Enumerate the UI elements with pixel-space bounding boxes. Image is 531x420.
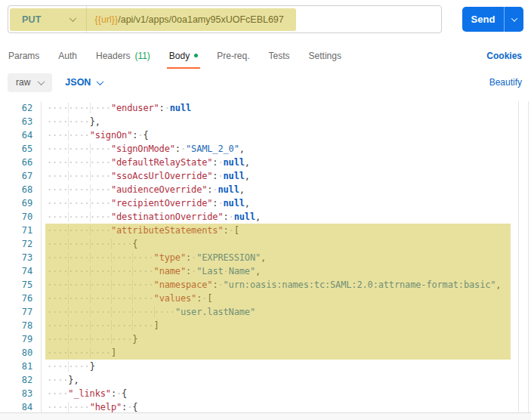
line-number: 76 bbox=[0, 292, 42, 305]
line-number: 83 bbox=[0, 387, 42, 400]
code-line: 68············"audienceOverride":·null, bbox=[0, 183, 531, 196]
tab-body-label: Body bbox=[169, 51, 190, 61]
body-type-label: raw bbox=[16, 77, 30, 88]
code-line: 67············"ssoAcsUrlOverride":·null, bbox=[0, 169, 531, 183]
code-line: 69············"recipientOverride":·null, bbox=[0, 196, 531, 210]
code-line: 66············"defaultRelayState":·null, bbox=[0, 156, 531, 169]
tab-tests[interactable]: Tests bbox=[268, 47, 291, 69]
tab-params[interactable]: Params bbox=[8, 47, 40, 69]
chevron-down-icon bbox=[69, 14, 76, 22]
line-number: 72 bbox=[0, 237, 42, 251]
line-number: 70 bbox=[0, 210, 42, 224]
language-label: JSON bbox=[65, 77, 91, 88]
tab-pre-request-label: Pre-req. bbox=[217, 51, 249, 61]
language-selector[interactable]: JSON bbox=[65, 77, 103, 88]
code-line: 79················} bbox=[0, 332, 531, 346]
chevron-down-icon bbox=[511, 15, 517, 21]
code-line: 81········} bbox=[0, 360, 531, 373]
line-number: 78 bbox=[0, 319, 42, 332]
body-toolbar: raw JSON Beautify bbox=[8, 73, 522, 92]
code-line: 84········"help":·{ bbox=[0, 400, 531, 412]
code-line: 62············"enduser":·null bbox=[0, 101, 531, 115]
tab-auth-label: Auth bbox=[58, 51, 77, 61]
tab-auth[interactable]: Auth bbox=[57, 47, 78, 69]
tab-headers-label: Headers bbox=[96, 51, 130, 61]
line-number: 65 bbox=[0, 142, 42, 156]
bottom-bar bbox=[0, 412, 531, 420]
tab-params-label: Params bbox=[8, 51, 39, 61]
line-number: 62 bbox=[0, 101, 42, 115]
code-line: 80············] bbox=[0, 346, 531, 360]
chevron-down-icon bbox=[38, 78, 45, 85]
code-line: 70············"destinationOverride":·nul… bbox=[0, 210, 531, 224]
code-line: 82····}, bbox=[0, 373, 531, 387]
line-number: 77 bbox=[0, 305, 42, 319]
send-button[interactable]: Send bbox=[462, 7, 523, 32]
line-number: 69 bbox=[0, 196, 42, 210]
beautify-link[interactable]: Beautify bbox=[489, 77, 522, 88]
url-path: /api/v1/apps/0oa1amy95xUOFcEBL697 bbox=[118, 14, 284, 25]
code-line: 64········"signOn":·{ bbox=[0, 128, 531, 142]
code-editor[interactable]: 62············"enduser":·null63········}… bbox=[0, 101, 531, 412]
body-type-selector[interactable]: raw bbox=[8, 73, 52, 92]
code-line: 78····················] bbox=[0, 319, 531, 332]
url-input[interactable]: {{url}}/api/v1/apps/0oa1amy95xUOFcEBL697 bbox=[87, 14, 284, 25]
request-tabs: Params Auth Headers (11) Body Pre-req. T… bbox=[8, 47, 522, 68]
line-number: 74 bbox=[0, 264, 42, 278]
line-number: 80 bbox=[0, 346, 42, 360]
line-number: 64 bbox=[0, 128, 42, 142]
tab-pre-request[interactable]: Pre-req. bbox=[216, 47, 250, 69]
url-container: PUT {{url}}/api/v1/apps/0oa1amy95xUOFcEB… bbox=[8, 5, 442, 33]
cookies-link[interactable]: Cookies bbox=[486, 51, 522, 64]
body-modified-dot-icon bbox=[194, 54, 198, 57]
code-line: 65············"signOnMode":·"SAML_2_0", bbox=[0, 142, 531, 156]
line-number: 68 bbox=[0, 183, 42, 196]
code-line: 72················{ bbox=[0, 237, 531, 251]
line-number: 82 bbox=[0, 373, 42, 387]
code-lines: 62············"enduser":·null63········}… bbox=[0, 101, 531, 412]
editor-scrollbar[interactable] bbox=[518, 101, 529, 412]
line-number: 73 bbox=[0, 251, 42, 264]
send-button-label[interactable]: Send bbox=[462, 7, 504, 32]
code-line: 83····"_links":·{ bbox=[0, 387, 531, 400]
code-line: 63········}, bbox=[0, 115, 531, 128]
code-line: 76····················"values":·[ bbox=[0, 292, 531, 305]
url-variable: {{url}} bbox=[95, 14, 119, 25]
line-number: 63 bbox=[0, 115, 42, 128]
tab-settings[interactable]: Settings bbox=[308, 47, 342, 69]
line-number: 75 bbox=[0, 278, 42, 292]
tab-settings-label: Settings bbox=[309, 51, 341, 61]
headers-count-badge: (11) bbox=[134, 51, 150, 61]
line-number: 71 bbox=[0, 224, 42, 237]
code-line: 71············"attributeStatements":·[ bbox=[0, 224, 531, 237]
code-line: 77························"user.lastName… bbox=[0, 305, 531, 319]
tab-tests-label: Tests bbox=[269, 51, 290, 61]
chevron-down-icon bbox=[97, 78, 104, 85]
method-label: PUT bbox=[22, 14, 42, 25]
method-selector[interactable]: PUT bbox=[8, 6, 87, 32]
tab-headers[interactable]: Headers (11) bbox=[95, 47, 151, 69]
line-number: 84 bbox=[0, 400, 42, 412]
line-number: 67 bbox=[0, 169, 42, 183]
code-line: 74····················"name":·"Last·Name… bbox=[0, 264, 531, 278]
send-options-button[interactable] bbox=[504, 7, 523, 32]
code-line: 75····················"namespace":·"urn:… bbox=[0, 278, 531, 292]
tab-body[interactable]: Body bbox=[168, 47, 199, 69]
request-bar: PUT {{url}}/api/v1/apps/0oa1amy95xUOFcEB… bbox=[8, 5, 523, 33]
line-number: 79 bbox=[0, 332, 42, 346]
line-number: 81 bbox=[0, 360, 42, 373]
line-number: 66 bbox=[0, 156, 42, 169]
code-line: 73····················"type":·"EXPRESSIO… bbox=[0, 251, 531, 264]
